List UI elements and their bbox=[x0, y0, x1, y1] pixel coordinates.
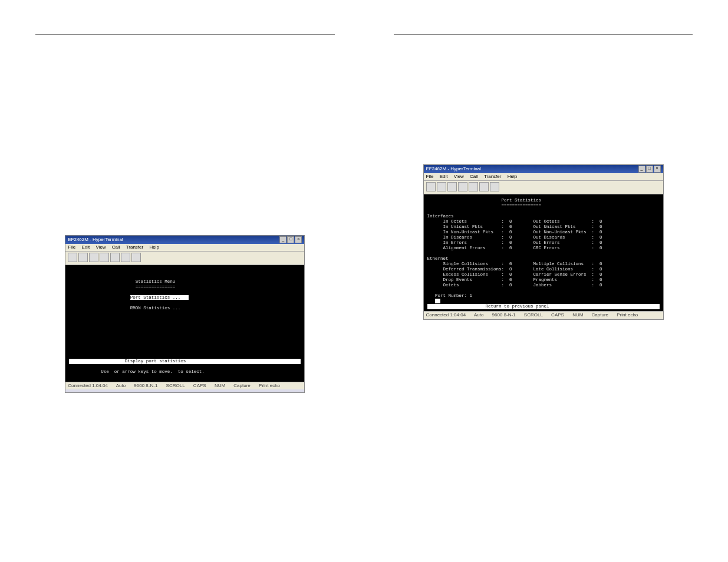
window-titlebar: EF2462M - HyperTerminal _ □ × bbox=[65, 236, 304, 244]
toolbar-btn[interactable] bbox=[100, 253, 109, 262]
window-title: EF2462M - HyperTerminal bbox=[426, 165, 481, 173]
window-titlebar: EF2462M - HyperTerminal _ □ × bbox=[424, 165, 663, 173]
toolbar-btn[interactable] bbox=[490, 182, 499, 191]
menu-call[interactable]: Call bbox=[112, 244, 120, 250]
status-auto: Auto bbox=[116, 383, 126, 388]
terminal-area: Port Statistics =============== Interfac… bbox=[424, 194, 663, 311]
left-column-header bbox=[35, 24, 335, 35]
window-title: EF2462M - HyperTerminal bbox=[68, 236, 123, 244]
status-scroll: SCROLL bbox=[166, 383, 185, 388]
status-conn: Connected 1:04:04 bbox=[426, 312, 466, 318]
toolbar-btn[interactable] bbox=[89, 253, 98, 262]
status-echo: Print echo bbox=[259, 383, 280, 388]
menu-file[interactable]: File bbox=[68, 244, 75, 250]
menu-help[interactable]: Help bbox=[149, 244, 159, 250]
status-capture: Capture bbox=[233, 383, 250, 388]
menu-view[interactable]: View bbox=[454, 174, 464, 179]
menu-help[interactable]: Help bbox=[508, 174, 517, 179]
toolbar-btn[interactable] bbox=[110, 253, 120, 262]
status-conn: Connected 1:04:04 bbox=[68, 383, 108, 388]
toolbar-btn[interactable] bbox=[121, 253, 130, 262]
toolbar-btn[interactable] bbox=[68, 253, 77, 262]
toolbar-btn[interactable] bbox=[458, 182, 467, 191]
toolbar bbox=[424, 181, 663, 194]
status-caps: CAPS bbox=[193, 383, 206, 388]
screenshot-statistics-menu: EF2462M - HyperTerminal _ □ × File Edit … bbox=[65, 235, 305, 393]
minimize-icon[interactable]: _ bbox=[638, 166, 645, 173]
menu-call[interactable]: Call bbox=[470, 174, 478, 179]
screenshot-port-statistics: EF2462M - HyperTerminal _ □ × File Edit … bbox=[423, 164, 664, 320]
maximize-icon[interactable]: □ bbox=[646, 166, 653, 173]
toolbar-btn[interactable] bbox=[78, 253, 88, 262]
toolbar-btn[interactable] bbox=[437, 182, 446, 191]
right-column-header bbox=[394, 24, 693, 35]
status-num: NUM bbox=[215, 383, 225, 388]
menu-bar: File Edit View Call Transfer Help bbox=[65, 244, 304, 252]
status-enc: 9600 8-N-1 bbox=[134, 383, 157, 388]
terminal-area: Statistics Menu =============== Port Sta… bbox=[65, 265, 304, 382]
menu-transfer[interactable]: Transfer bbox=[126, 244, 144, 250]
menu-transfer[interactable]: Transfer bbox=[484, 174, 502, 179]
status-scroll: SCROLL bbox=[524, 312, 543, 318]
status-caps: CAPS bbox=[551, 312, 564, 318]
close-icon[interactable]: × bbox=[295, 236, 302, 243]
menu-edit[interactable]: Edit bbox=[81, 244, 90, 250]
toolbar-btn[interactable] bbox=[447, 182, 457, 191]
status-auto: Auto bbox=[474, 312, 483, 318]
toolbar bbox=[65, 252, 304, 265]
toolbar-btn[interactable] bbox=[479, 182, 489, 191]
toolbar-btn[interactable] bbox=[131, 253, 141, 262]
status-num: NUM bbox=[572, 312, 583, 318]
menu-edit[interactable]: Edit bbox=[440, 174, 448, 179]
close-icon[interactable]: × bbox=[654, 166, 661, 173]
menu-view[interactable]: View bbox=[95, 244, 106, 250]
minimize-icon[interactable]: _ bbox=[279, 236, 286, 243]
menu-file[interactable]: File bbox=[426, 174, 434, 179]
toolbar-btn[interactable] bbox=[469, 182, 478, 191]
status-bar: Connected 1:04:04 Auto 9600 8-N-1 SCROLL… bbox=[424, 311, 663, 319]
status-bar: Connected 1:04:04 Auto 9600 8-N-1 SCROLL… bbox=[65, 382, 304, 389]
status-capture: Capture bbox=[592, 312, 608, 318]
menu-bar: File Edit View Call Transfer Help bbox=[424, 173, 663, 181]
maximize-icon[interactable]: □ bbox=[287, 236, 294, 243]
status-echo: Print echo bbox=[617, 312, 638, 318]
toolbar-btn[interactable] bbox=[426, 182, 436, 191]
status-enc: 9600 8-N-1 bbox=[492, 312, 516, 318]
